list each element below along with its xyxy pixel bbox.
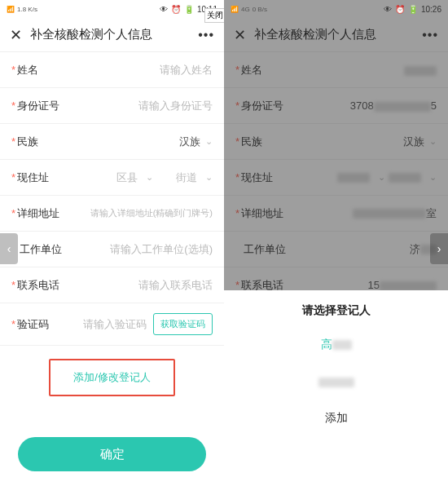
alarm-icon: ⏰ (395, 5, 405, 14)
required-mark: * (235, 207, 239, 219)
label-detail: 详细地址 (17, 206, 59, 221)
screen-right: 📶 4G 0 B/s 👁 ⏰ 🔋 10:26 ✕ 补全核酸检测个人信息 ••• … (224, 0, 448, 486)
row-id[interactable]: * 身份证号 请输入身份证号 (0, 88, 224, 124)
sheet-item-2[interactable] (224, 364, 448, 400)
chevron-down-icon: ⌄ (205, 172, 213, 183)
label-work: 工作单位 (244, 242, 286, 257)
screen-left: 📶 1.8 K/s 👁 ⏰ 🔋 10:11 关闭 ✕ 补全核酸检测个人信息 ••… (0, 0, 224, 486)
input-phone: 15 (283, 279, 437, 291)
input-phone[interactable]: 请输入联系电话 (59, 278, 213, 293)
required-mark: * (11, 279, 15, 291)
row-ethnic[interactable]: * 民族 汉族 ⌄ (0, 124, 224, 160)
input-code[interactable]: 请输入验证码 (49, 317, 147, 332)
net-speed: 1.8 K/s (17, 6, 37, 13)
input-name[interactable]: 请输入姓名 (38, 63, 213, 77)
close-icon[interactable]: ✕ (234, 26, 246, 44)
required-mark: * (11, 64, 15, 76)
signal-icon: 📶 (7, 6, 15, 13)
select-district[interactable]: 区县 (116, 170, 138, 185)
select-street[interactable]: 街道 (176, 170, 197, 185)
label-detail: 详细地址 (241, 206, 283, 221)
chevron-down-icon: ⌄ (429, 172, 437, 183)
required-mark: * (11, 207, 15, 219)
label-addr: 现住址 (241, 170, 273, 185)
label-phone: 联系电话 (17, 278, 59, 293)
required-mark: * (235, 99, 239, 112)
input-work[interactable]: 请输入工作单位(选填) (62, 242, 213, 257)
form: * 姓名 * 身份证号 37085 * 民族 汉族 ⌄ * 现住址 ⌄ ⌄ (224, 52, 448, 303)
add-edit-link-wrap: 添加/修改登记人 (0, 359, 224, 396)
chevron-down-icon: ⌄ (378, 172, 385, 183)
select-district[interactable] (337, 173, 370, 183)
close-tag[interactable]: 关闭 (204, 8, 224, 23)
row-detail[interactable]: * 详细地址 请输入详细地址(精确到门牌号) (0, 196, 224, 232)
carousel-prev-button[interactable]: ‹ (0, 233, 18, 264)
label-work: 工作单位 (20, 242, 62, 257)
sheet-item-1[interactable]: 高 (224, 326, 448, 364)
select-ethnic[interactable]: 汉族 (38, 135, 200, 149)
label-addr: 现住址 (17, 170, 49, 185)
input-id[interactable]: 请输入身份证号 (59, 99, 213, 113)
sheet-item-add[interactable]: 添加 (224, 400, 448, 437)
battery-icon: 🔋 (408, 5, 418, 14)
chevron-down-icon: ⌄ (429, 136, 437, 147)
row-addr[interactable]: * 现住址 ⌄ ⌄ (224, 160, 448, 196)
header: ✕ 补全核酸检测个人信息 ••• (224, 18, 448, 52)
required-mark: * (11, 318, 15, 330)
signal-icon: 📶 (231, 6, 239, 13)
select-person-sheet: 请选择登记人 高 添加 (224, 290, 448, 486)
chevron-right-icon: › (437, 242, 441, 255)
chevron-left-icon: ‹ (7, 242, 11, 255)
required-mark: * (235, 135, 239, 148)
label-name: 姓名 (241, 63, 262, 77)
eye-icon: 👁 (384, 5, 392, 14)
row-id[interactable]: * 身份证号 37085 (224, 88, 448, 124)
add-edit-link[interactable]: 添加/修改登记人 (62, 365, 162, 390)
row-detail[interactable]: * 详细地址 室 (224, 196, 448, 232)
label-id: 身份证号 (17, 99, 59, 113)
more-icon[interactable]: ••• (198, 28, 214, 42)
select-street[interactable] (389, 173, 421, 183)
select-ethnic[interactable]: 汉族 (262, 135, 424, 149)
label-code: 验证码 (17, 317, 49, 332)
sheet-title: 请选择登记人 (224, 290, 448, 326)
input-detail: 室 (283, 206, 437, 221)
required-mark: * (11, 135, 15, 148)
required-mark: * (235, 279, 239, 291)
input-detail[interactable]: 请输入详细地址(精确到门牌号) (59, 207, 213, 219)
row-phone[interactable]: * 联系电话 请输入联系电话 (0, 267, 224, 303)
input-name (262, 64, 437, 76)
row-name[interactable]: * 姓名 (224, 52, 448, 88)
required-mark: * (235, 64, 239, 76)
form: * 姓名 请输入姓名 * 身份证号 请输入身份证号 * 民族 汉族 ⌄ * 现住… (0, 52, 224, 396)
page-title: 补全核酸检测个人信息 (254, 27, 422, 42)
statusbar: 📶 1.8 K/s 👁 ⏰ 🔋 10:11 (0, 0, 224, 18)
required-mark: * (235, 171, 239, 183)
row-ethnic[interactable]: * 民族 汉族 ⌄ (224, 124, 448, 160)
row-work[interactable]: 工作单位 请输入工作单位(选填) (0, 232, 224, 267)
more-icon[interactable]: ••• (422, 28, 438, 42)
row-work[interactable]: 工作单位 济 (224, 232, 448, 267)
alarm-icon: ⏰ (171, 5, 181, 14)
required-mark: * (11, 171, 15, 183)
statusbar: 📶 4G 0 B/s 👁 ⏰ 🔋 10:26 (224, 0, 448, 18)
get-code-button[interactable]: 获取验证码 (153, 313, 213, 335)
row-addr[interactable]: * 现住址 区县 ⌄ 街道 ⌄ (0, 160, 224, 196)
input-work: 济 (286, 242, 437, 257)
label-ethnic: 民族 (17, 135, 38, 149)
required-mark: * (11, 99, 15, 112)
carousel-next-button[interactable]: › (430, 233, 448, 264)
eye-icon: 👁 (160, 5, 168, 14)
page-title: 补全核酸检测个人信息 (30, 27, 198, 42)
chevron-down-icon: ⌄ (146, 172, 153, 183)
net-label: 4G (241, 6, 250, 13)
highlight-box: 添加/修改登记人 (49, 359, 175, 396)
chevron-down-icon: ⌄ (205, 136, 213, 147)
close-icon[interactable]: ✕ (10, 26, 22, 44)
row-code[interactable]: * 验证码 请输入验证码 获取验证码 (0, 303, 224, 346)
row-name[interactable]: * 姓名 请输入姓名 (0, 52, 224, 88)
input-id: 37085 (283, 99, 437, 112)
clock-time: 10:26 (421, 5, 441, 14)
submit-button[interactable]: 确定 (18, 437, 206, 471)
net-speed: 0 B/s (253, 6, 267, 13)
